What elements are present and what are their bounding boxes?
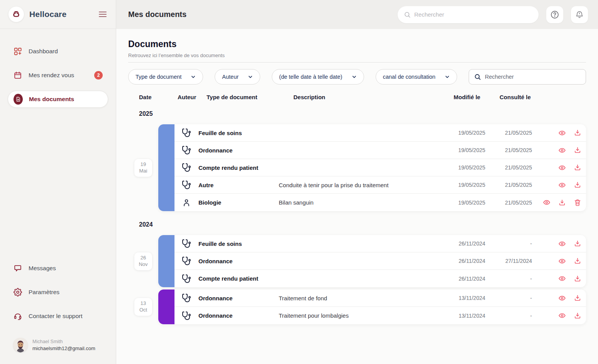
document-row[interactable]: Feuille de soins26/11/2024- [174,235,586,252]
sidebar-item-parametres[interactable]: Paramètres [8,284,108,301]
modified-date: 19/05/2025 [443,164,485,171]
row-actions [532,275,586,283]
document-type: Ordonnance [198,258,279,264]
cluster-color-bar [158,124,174,211]
document-type: Compte rendu patient [198,164,279,171]
filter-channel-dropdown[interactable]: canal de consultation [376,69,457,85]
download-button[interactable] [574,164,581,171]
documents-search-input[interactable] [485,74,581,80]
profile-name: Michael Smith [32,339,95,344]
date-chip-day: 26 [141,255,146,261]
author-doctor-icon [174,256,198,266]
stethoscope-icon [182,163,191,172]
section-subheading: Retrouvez ici l’ensemble de vos document… [128,52,586,58]
view-button[interactable] [543,199,551,207]
delete-button[interactable] [574,199,581,207]
date-cluster: 19MaiFeuille de soins19/05/202521/05/202… [128,124,586,211]
modified-date: 19/05/2025 [443,130,485,136]
author-doctor-icon [174,180,198,190]
row-actions [532,146,586,154]
download-button[interactable] [574,294,581,302]
document-row[interactable]: OrdonnanceTraitement de fond13/11/2024- [174,290,586,307]
download-button[interactable] [574,275,581,283]
document-description: Traitement de fond [279,295,443,301]
search-icon [404,11,411,18]
filter-label: Auteur [222,74,239,80]
trash-icon [574,199,581,207]
sidebar-header: Hellocare [0,0,116,29]
column-header-author: Auteur [178,94,207,100]
rendezvous-count-badge: 2 [94,71,103,80]
consulted-date: - [485,313,532,319]
document-type: Ordonnance [198,295,279,301]
row-actions [532,312,586,320]
documents-card: Feuille de soins26/11/2024-Ordonnance26/… [158,235,586,287]
notifications-button[interactable] [571,6,588,23]
date-chip-day: 19 [141,161,146,168]
author-doctor-icon [174,128,198,137]
download-button[interactable] [574,129,581,137]
divider [128,62,586,63]
document-row[interactable]: Ordonnance26/11/202427/11/2024 [174,252,586,270]
filter-daterange-dropdown[interactable]: (de telle date à telle date) [272,69,364,85]
document-row[interactable]: AutreConduite à tenir pour la prise du t… [174,176,586,194]
user-profile[interactable]: Michael Smith michaelsmith12@gmail.com [8,332,108,364]
global-search[interactable] [398,6,539,23]
document-row[interactable]: Compte rendu patient26/11/2024- [174,270,586,287]
document-row[interactable]: BiologieBilan sanguin19/05/202521/05/202… [174,194,586,211]
modified-date: 19/05/2025 [443,182,485,188]
help-button[interactable] [546,6,563,23]
view-button[interactable] [558,312,566,320]
filter-author-dropdown[interactable]: Auteur [215,69,260,85]
sidebar-item-documents[interactable]: Mes documents [8,91,108,108]
download-icon [574,312,581,320]
sidebar-item-messages[interactable]: Messages [8,260,108,277]
document-icon [14,94,23,105]
view-button[interactable] [558,294,566,302]
filter-type-dropdown[interactable]: Type de document [128,69,203,85]
modified-date: 26/11/2024 [443,240,485,247]
document-row[interactable]: Ordonnance19/05/202521/05/2025 [174,142,586,159]
download-button[interactable] [574,181,581,189]
main-area: Mes documents Documents [116,0,598,364]
eye-icon [558,257,566,265]
document-row[interactable]: Feuille de soins19/05/202521/05/2025 [174,124,586,142]
menu-toggle-icon[interactable] [98,10,107,19]
download-button[interactable] [574,146,581,154]
document-type: Feuille de soins [198,240,279,247]
global-search-input[interactable] [414,11,532,18]
sidebar-item-support[interactable]: Contacter le support [8,308,108,325]
documents-card: OrdonnanceTraitement de fond13/11/2024-O… [158,290,586,324]
headset-icon [13,312,22,320]
consulted-date: 21/05/2025 [485,147,532,153]
documents-search[interactable] [469,69,586,85]
sidebar-item-rendezvous[interactable]: Mes rendez vous 2 [8,67,108,84]
view-button[interactable] [558,129,566,137]
eye-icon [558,164,566,172]
download-button[interactable] [574,312,581,320]
view-button[interactable] [558,181,566,189]
column-header-date: Date [139,94,178,100]
date-chip-month: Nov [139,261,147,268]
document-row[interactable]: OrdonnanceTraitement pour lombalgies13/1… [174,307,586,324]
stethoscope-icon [182,180,191,190]
document-type: Compte rendu patient [198,275,279,282]
document-row[interactable]: Compte rendu patient19/05/202521/05/2025 [174,159,586,176]
view-button[interactable] [558,146,566,154]
sidebar-item-dashboard[interactable]: Dashboard [8,43,108,60]
modified-date: 19/05/2025 [443,147,485,153]
view-button[interactable] [558,275,566,283]
download-button[interactable] [574,240,581,247]
download-button[interactable] [574,257,581,265]
consulted-date: 27/11/2024 [485,258,532,264]
document-type: Biologie [198,199,279,206]
column-header-modified: Modifié le [454,94,500,100]
author-person-icon [174,198,198,207]
download-button[interactable] [558,199,566,207]
sidebar-item-label: Messages [29,265,56,272]
view-button[interactable] [558,257,566,265]
download-icon [574,181,581,189]
view-button[interactable] [558,164,566,171]
stethoscope-icon [182,274,191,283]
view-button[interactable] [558,240,566,247]
